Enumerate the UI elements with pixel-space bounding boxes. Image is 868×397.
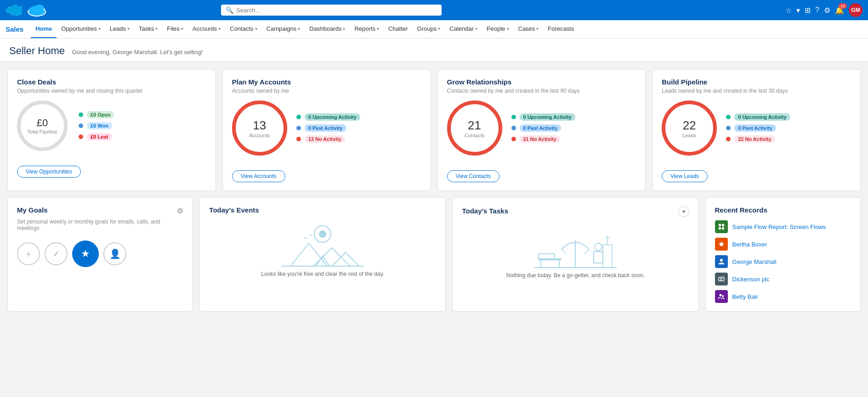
recent-link-4[interactable]: Betty Bair (732, 293, 758, 300)
no-activity-badge: 13 No Activity (305, 135, 345, 143)
accounts-upcoming: 0 Upcoming Activity (296, 113, 360, 121)
favorites-dropdown-icon[interactable]: ▾ (796, 6, 800, 15)
accounts-no-activity: 13 No Activity (296, 135, 360, 143)
view-accounts-button[interactable]: View Accounts (232, 170, 285, 182)
nav-groups[interactable]: Groups ▾ (413, 20, 445, 39)
list-item: Bertha Boxer (715, 238, 851, 251)
nav-opportunities[interactable]: Opportunities ▾ (57, 20, 105, 39)
recent-link-1[interactable]: Bertha Boxer (732, 241, 767, 248)
notification-count: 18 (839, 3, 847, 9)
chevron-files: ▾ (181, 26, 183, 31)
donut-value: £0 (37, 117, 48, 129)
recent-icon-0 (715, 220, 728, 233)
search-icon: 🔍 (226, 6, 233, 14)
nav-people[interactable]: People ▾ (482, 20, 513, 39)
events-empty-state: Looks like you're free and clear the res… (209, 216, 436, 286)
view-contacts-button[interactable]: View Contacts (447, 170, 499, 182)
nav-chatter[interactable]: Chatter (384, 20, 413, 39)
bottom-card-row: My Goals ⚙ Set personal weekly or monthl… (7, 197, 861, 312)
nav-dashboards[interactable]: Dashboards ▾ (305, 20, 350, 39)
nav-accounts[interactable]: Accounts ▾ (188, 20, 225, 39)
goals-settings-icon[interactable]: ⚙ (177, 207, 183, 215)
chevron-tasks: ▾ (155, 26, 158, 31)
nav-tasks[interactable]: Tasks ▾ (134, 20, 162, 39)
new-record-icon[interactable]: ⊞ (805, 6, 811, 15)
grow-relationships-body: 21 Contacts 0 Upcoming Activity 0 Past A… (447, 101, 636, 156)
leads-upcoming: 0 Upcoming Activity (726, 113, 790, 121)
tasks-illustration (529, 226, 621, 272)
events-title: Today's Events (209, 206, 436, 214)
plan-accounts-card: Plan My Accounts Accounts owned by me 13… (222, 69, 431, 191)
nav-leads[interactable]: Leads ▾ (105, 20, 134, 39)
contacts-no-activity: 21 No Activity (511, 135, 575, 143)
search-input[interactable] (236, 7, 437, 14)
contacts-past-badge: 0 Past Activity (520, 124, 562, 132)
recent-link-2[interactable]: George Marshall (732, 258, 777, 265)
legend-open: £0 Open (79, 111, 114, 118)
build-pipeline-card: Build Pipeline Leads owned by me and cre… (652, 69, 861, 191)
page-title: Seller Home (9, 45, 65, 56)
goal-person-circle[interactable]: 👤 (103, 242, 126, 265)
tasks-dropdown-icon[interactable]: ▾ (678, 206, 689, 217)
dot-noact-leads (726, 137, 731, 141)
chevron-contacts: ▾ (255, 26, 257, 31)
recent-icon-4 (715, 290, 728, 303)
svg-rect-29 (722, 224, 724, 226)
view-leads-button[interactable]: View Leads (662, 170, 708, 182)
leads-legend: 0 Upcoming Activity 0 Past Activity 22 N… (726, 113, 790, 143)
nav-cases[interactable]: Cases ▾ (514, 20, 544, 39)
contacts-legend: 0 Upcoming Activity 0 Past Activity 21 N… (511, 113, 575, 143)
search-bar[interactable]: 🔍 (221, 5, 442, 16)
dot-past-leads (726, 126, 731, 130)
recent-link-0[interactable]: Sample Flow Report: Screen Flows (732, 224, 826, 230)
todays-tasks-card: Today's Tasks ▾ (452, 197, 698, 312)
recent-icon-1 (715, 238, 728, 251)
view-opportunities-button[interactable]: View Opportunities (17, 166, 81, 178)
nav-forecasts[interactable]: Forecasts (543, 20, 579, 39)
events-illustration (277, 225, 369, 271)
chevron-people: ▾ (507, 26, 509, 31)
svg-marker-10 (313, 248, 350, 266)
dot-upcoming-accounts (296, 115, 301, 119)
contacts-past: 0 Past Activity (511, 124, 575, 132)
my-goals-card: My Goals ⚙ Set personal weekly or monthl… (7, 197, 193, 312)
recent-link-3[interactable]: Dickenson plc (732, 276, 770, 283)
list-item: Dickenson plc (715, 273, 851, 285)
dot-past-accounts (296, 126, 301, 130)
tasks-empty-text: Nothing due today. Be a go-getter, and c… (506, 272, 645, 279)
leads-past-badge: 0 Past Activity (734, 124, 776, 132)
goal-star-circle[interactable]: ★ (72, 240, 99, 267)
notification-bell[interactable]: 🔔 18 (835, 6, 844, 15)
lost-badge: £0 Lost (87, 133, 112, 140)
nav-bar: Sales Home Opportunities ▾ Leads ▾ Tasks… (0, 20, 868, 39)
user-avatar[interactable]: GM (849, 3, 862, 17)
goal-check-circle[interactable]: ✓ (45, 242, 68, 265)
dot-upcoming-contacts (511, 115, 516, 119)
recent-records-list: Sample Flow Report: Screen Flows Bertha … (715, 220, 851, 303)
page-header: Seller Home Good evening, George Marshal… (0, 39, 868, 62)
svg-rect-31 (722, 227, 724, 229)
help-icon[interactable]: ? (815, 6, 819, 14)
main-content: Close Deals Opportunities owned by me an… (0, 62, 868, 319)
nav-files[interactable]: Files ▾ (162, 20, 187, 39)
svg-rect-30 (719, 227, 721, 229)
nav-campaigns[interactable]: Campaigns ▾ (262, 20, 305, 39)
dot-lost (79, 134, 83, 139)
setup-icon[interactable]: ⚙ (824, 6, 830, 15)
nav-contacts[interactable]: Contacts ▾ (225, 20, 261, 39)
nav-calendar[interactable]: Calendar ▾ (445, 20, 482, 39)
build-pipeline-body: 22 Leads 0 Upcoming Activity 0 Past Acti… (662, 101, 851, 156)
grow-relationships-subtitle: Contacts owned by me and created in the … (447, 88, 636, 94)
nav-home[interactable]: Home (31, 20, 57, 39)
svg-point-6 (28, 8, 45, 16)
nav-reports[interactable]: Reports ▾ (350, 20, 384, 39)
dot-upcoming-leads (726, 115, 731, 119)
won-badge: £0 Won (87, 122, 112, 129)
favorites-icon[interactable]: ☆ (785, 6, 792, 15)
leads-upcoming-badge: 0 Upcoming Activity (734, 113, 790, 121)
accounts-past: 0 Past Activity (296, 124, 360, 132)
goal-add-circle[interactable]: ＋ (17, 242, 40, 265)
top-bar: 🔍 ☆ ▾ ⊞ ? ⚙ 🔔 18 GM (0, 0, 868, 20)
dot-noact-contacts (511, 137, 516, 141)
top-card-row: Close Deals Opportunities owned by me an… (7, 69, 861, 191)
